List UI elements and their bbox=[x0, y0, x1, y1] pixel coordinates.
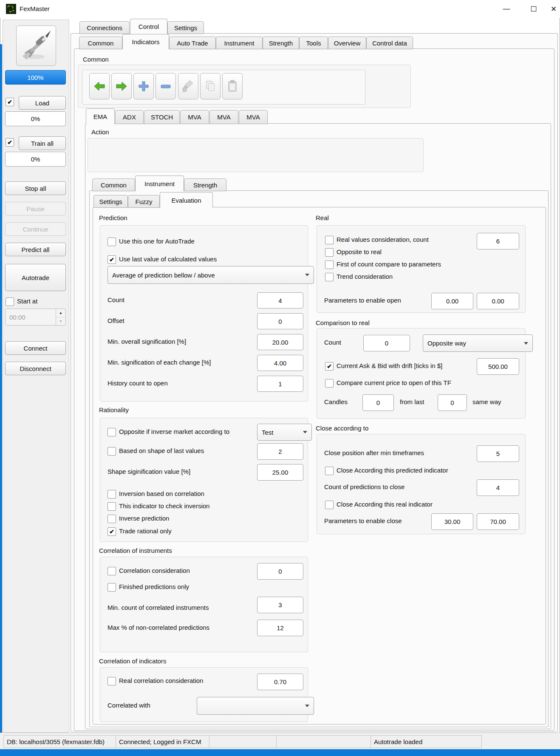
inverse-prediction-checkbox[interactable] bbox=[107, 515, 116, 523]
tab-connections[interactable]: Connections bbox=[79, 21, 130, 34]
test-combo[interactable]: Test bbox=[257, 424, 312, 441]
tab-overview[interactable]: Overview bbox=[328, 37, 366, 49]
real-correlation-checkbox[interactable] bbox=[107, 677, 116, 685]
tab-indicators[interactable]: Indicators bbox=[122, 34, 169, 49]
pause-button[interactable]: Pause bbox=[5, 202, 66, 215]
close-button[interactable]: ✕ bbox=[547, 3, 560, 15]
next-button[interactable] bbox=[111, 73, 132, 99]
copy-button[interactable] bbox=[200, 73, 221, 99]
real-values-checkbox[interactable] bbox=[325, 236, 334, 244]
opposite-to-real-checkbox[interactable] bbox=[325, 248, 334, 257]
minimize-button[interactable]: — bbox=[497, 3, 516, 15]
disconnect-button[interactable]: Disconnect bbox=[5, 362, 66, 375]
tab-stoch[interactable]: STOCH bbox=[144, 110, 180, 124]
max-noncorrelated-field[interactable]: 12 bbox=[257, 620, 303, 636]
tab-adx[interactable]: ADX bbox=[115, 110, 144, 124]
correlated-with-combo[interactable] bbox=[197, 697, 314, 715]
add-button[interactable] bbox=[133, 73, 154, 99]
tab-instrument[interactable]: Instrument bbox=[216, 37, 263, 49]
tab-settings-sub[interactable]: Settings bbox=[93, 195, 128, 208]
tab-inner-strength[interactable]: Strength bbox=[184, 178, 226, 191]
param-close-2-field[interactable]: 70.00 bbox=[477, 513, 519, 530]
close-predicted-checkbox[interactable] bbox=[325, 467, 334, 475]
param-open-1-field[interactable]: 0.00 bbox=[431, 293, 473, 309]
inversion-correlation-checkbox[interactable] bbox=[107, 490, 116, 498]
tab-tools[interactable]: Tools bbox=[299, 37, 328, 49]
tab-mva-2[interactable]: MVA bbox=[209, 110, 238, 124]
train-all-button[interactable]: Train all bbox=[19, 136, 66, 150]
load-button[interactable]: Load bbox=[19, 96, 66, 110]
shape-checkbox[interactable] bbox=[107, 447, 116, 456]
from-last-field[interactable]: 0 bbox=[438, 394, 467, 411]
maximize-button[interactable]: ☐ bbox=[524, 3, 543, 15]
sidebar bbox=[3, 20, 69, 733]
count-field[interactable]: 4 bbox=[257, 292, 303, 309]
tab-evaluation[interactable]: Evaluation bbox=[160, 192, 213, 208]
check-inversion-checkbox[interactable] bbox=[107, 502, 116, 511]
spin-up-icon[interactable]: ▲ bbox=[56, 309, 65, 317]
autotrade-button[interactable]: Autotrade bbox=[5, 264, 66, 291]
spin-down-icon[interactable]: ▼ bbox=[56, 317, 65, 326]
history-count-field[interactable]: 1 bbox=[257, 376, 303, 392]
min-each-field[interactable]: 4.00 bbox=[257, 355, 303, 371]
tab-control[interactable]: Control bbox=[130, 19, 167, 34]
predict-all-button[interactable]: Predict all bbox=[5, 243, 66, 256]
remove-button[interactable] bbox=[156, 73, 176, 99]
tab-ema[interactable]: EMA bbox=[86, 108, 115, 124]
stop-all-button[interactable]: Stop all bbox=[5, 181, 66, 195]
min-overall-field[interactable]: 20.00 bbox=[257, 334, 303, 350]
paste-button[interactable] bbox=[222, 73, 243, 99]
prev-button[interactable] bbox=[89, 73, 110, 99]
trade-rational-checkbox[interactable] bbox=[107, 527, 116, 536]
tab-inner-common[interactable]: Common bbox=[92, 178, 135, 191]
tab-settings[interactable]: Settings bbox=[167, 21, 204, 34]
status-panel-4 bbox=[276, 735, 375, 748]
tab-auto-trade[interactable]: Auto Trade bbox=[169, 37, 216, 49]
min-correlated-field[interactable]: 3 bbox=[257, 597, 303, 613]
start-at-checkbox[interactable] bbox=[6, 297, 14, 306]
first-of-count-checkbox[interactable] bbox=[325, 260, 334, 269]
tab-strength[interactable]: Strength bbox=[263, 37, 299, 49]
train-checkbox[interactable] bbox=[6, 138, 14, 147]
offset-field[interactable]: 0 bbox=[257, 313, 303, 329]
trend-consideration-checkbox[interactable] bbox=[325, 273, 334, 281]
chevron-down-icon bbox=[305, 274, 309, 276]
plus-icon bbox=[137, 80, 150, 93]
tab-inner-instrument[interactable]: Instrument bbox=[135, 176, 184, 191]
clean-button[interactable] bbox=[178, 73, 198, 99]
finished-predictions-checkbox[interactable] bbox=[107, 583, 116, 592]
close-count-field[interactable]: 4 bbox=[477, 479, 519, 496]
opposite-way-combo[interactable]: Opposite way bbox=[423, 334, 533, 352]
min-each-label: Min. signification of each change [%] bbox=[107, 358, 211, 367]
correlation-consideration-checkbox[interactable] bbox=[107, 567, 116, 575]
compare-open-checkbox[interactable] bbox=[325, 379, 334, 388]
shape-sig-field[interactable]: 25.00 bbox=[257, 464, 303, 481]
correlation-consideration-field[interactable]: 0 bbox=[257, 563, 303, 580]
real-correlation-field[interactable]: 0.70 bbox=[257, 674, 303, 690]
shape-count-field[interactable]: 2 bbox=[257, 443, 303, 460]
connect-button[interactable]: Connect bbox=[5, 341, 66, 355]
comparison-count-field[interactable]: 0 bbox=[363, 335, 410, 351]
use-last-value-checkbox[interactable] bbox=[107, 255, 116, 264]
tab-mva-1[interactable]: MVA bbox=[180, 110, 209, 124]
close-after-field[interactable]: 5 bbox=[477, 445, 519, 462]
opposite-inverse-checkbox[interactable] bbox=[107, 428, 116, 436]
tab-control-data[interactable]: Control data bbox=[366, 37, 413, 49]
drift-value-field[interactable]: 500.00 bbox=[477, 358, 519, 375]
param-close-1-field[interactable]: 30.00 bbox=[431, 513, 473, 530]
param-open-2-field[interactable]: 0.00 bbox=[477, 293, 519, 309]
start-time-spinner[interactable]: 00:00 ▲▼ bbox=[5, 309, 66, 326]
real-values-count-field[interactable]: 6 bbox=[477, 233, 519, 249]
close-real-checkbox[interactable] bbox=[325, 501, 334, 509]
ask-bid-drift-checkbox[interactable] bbox=[325, 362, 334, 371]
continue-button[interactable]: Continue bbox=[5, 222, 66, 236]
tab-fuzzy[interactable]: Fuzzy bbox=[128, 195, 160, 208]
dart-image-button[interactable] bbox=[16, 25, 56, 66]
close-after-label: Close position after min timeframes bbox=[324, 448, 424, 458]
candles-field[interactable]: 0 bbox=[362, 394, 394, 411]
load-checkbox[interactable] bbox=[6, 98, 14, 106]
use-autotrade-checkbox[interactable] bbox=[107, 238, 116, 246]
average-combo[interactable]: Average of prediction bellow / above bbox=[107, 266, 314, 284]
tab-common[interactable]: Common bbox=[79, 37, 122, 49]
tab-mva-3[interactable]: MVA bbox=[239, 110, 268, 124]
